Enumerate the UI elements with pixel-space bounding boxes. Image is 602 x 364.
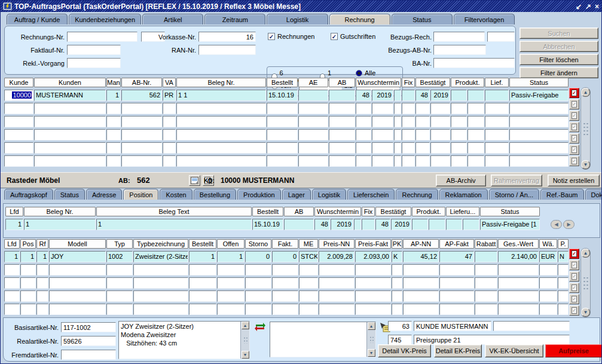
table-cell[interactable] <box>485 116 509 127</box>
column-header-storno[interactable]: Storno <box>245 239 271 249</box>
table-cell[interactable] <box>356 103 371 114</box>
table-cell[interactable]: 2.093,00 <box>355 251 391 262</box>
tab-artikel[interactable]: Artikel <box>142 14 203 25</box>
scroll-up-icon[interactable]: ▲ <box>581 249 590 258</box>
column-header-pk[interactable]: PK <box>392 239 402 249</box>
table-cell[interactable]: 1002 <box>106 251 133 262</box>
column-header-offen[interactable]: Offen <box>217 239 245 249</box>
table-cell[interactable] <box>34 103 106 114</box>
table-cell[interactable] <box>34 129 106 140</box>
table-cell[interactable] <box>298 129 328 140</box>
table-cell[interactable] <box>299 277 318 289</box>
ran-nr-input[interactable] <box>198 45 256 55</box>
column-header-bestellt[interactable]: Bestellt <box>252 207 283 216</box>
table-cell[interactable] <box>4 290 20 302</box>
table-cell[interactable] <box>467 90 484 101</box>
table-cell[interactable] <box>355 290 391 302</box>
table-cell[interactable] <box>176 103 266 114</box>
table-cell[interactable] <box>106 277 133 289</box>
table-cell[interactable] <box>4 116 33 127</box>
table-cell[interactable] <box>485 155 509 167</box>
table-cell[interactable] <box>498 264 539 276</box>
table-cell[interactable] <box>539 264 557 276</box>
table-cell[interactable]: EUR <box>539 251 557 262</box>
table-cell[interactable] <box>372 142 393 154</box>
table-cell[interactable]: Passiv-Freigabe <box>509 90 569 101</box>
table-cell[interactable] <box>402 116 415 127</box>
notes-scrollbar[interactable]: ▲ ▼ <box>366 322 375 357</box>
column-header-ab[interactable]: AB <box>284 207 314 216</box>
table-cell[interactable] <box>403 264 439 276</box>
table-cell[interactable] <box>403 290 439 302</box>
column-header-wunschtermin[interactable]: Wunschtermin <box>356 78 401 87</box>
table-cell[interactable] <box>430 155 450 167</box>
table-cell[interactable] <box>36 277 48 289</box>
table-cell[interactable]: JOY <box>49 251 106 262</box>
column-header-bestätigt[interactable]: Bestätigt <box>375 207 411 216</box>
column-header-typ[interactable]: Typ <box>106 239 133 249</box>
table-cell[interactable] <box>20 264 36 276</box>
row-note-icon[interactable]: ✓ <box>569 294 579 304</box>
table-row[interactable] <box>4 304 570 315</box>
scroll-up-icon[interactable]: ▲ <box>368 322 375 330</box>
table-cell[interactable]: 1 <box>20 251 36 262</box>
table-row[interactable] <box>4 116 570 127</box>
table-cell[interactable] <box>509 129 569 140</box>
table-cell[interactable] <box>298 103 328 114</box>
checkbox-gutschriften[interactable]: ✓Gutschriften <box>331 33 375 40</box>
table-cell[interactable] <box>36 290 48 302</box>
tab-auftragskopf[interactable]: Auftragskopf <box>4 189 53 200</box>
table-cell[interactable] <box>475 304 497 315</box>
tab-position[interactable]: Position <box>123 189 158 200</box>
tab-lieferschein[interactable]: Lieferschein <box>347 189 395 200</box>
column-header-fix[interactable]: Fix <box>402 78 415 87</box>
ba-nr-input[interactable] <box>433 58 515 68</box>
filter-ändern-button[interactable]: Filter ändern <box>520 67 598 78</box>
table-cell[interactable]: 15.10.19 <box>267 90 298 101</box>
table-row[interactable] <box>4 103 570 114</box>
table-cell[interactable] <box>272 264 298 276</box>
checkbox-icon[interactable]: ✓ <box>331 33 338 40</box>
table-cell[interactable] <box>245 290 271 302</box>
table-cell[interactable] <box>475 264 497 276</box>
tab-rechnung[interactable]: Rechnung <box>396 189 438 200</box>
price-extra-input[interactable] <box>493 321 570 331</box>
table-cell[interactable] <box>356 142 371 154</box>
row-note-icon[interactable]: ✓ <box>569 249 579 259</box>
table-cell[interactable] <box>498 304 539 315</box>
row-note-icon[interactable]: ✓ <box>569 145 579 155</box>
table-cell[interactable] <box>176 116 266 127</box>
table-cell[interactable] <box>415 103 430 114</box>
table-cell[interactable] <box>394 90 401 101</box>
table-cell[interactable] <box>299 304 318 315</box>
table-cell[interactable]: 47 <box>439 251 474 262</box>
table-cell[interactable] <box>372 155 393 167</box>
scrollbar-grip[interactable] <box>583 122 588 135</box>
table-cell[interactable] <box>121 142 162 154</box>
table-cell[interactable] <box>106 129 121 140</box>
table-cell[interactable] <box>133 264 188 276</box>
tab-storno-än[interactable]: Storno / Än... <box>489 189 539 200</box>
column-header-ges-wert[interactable]: Ges.-Wert <box>498 239 539 249</box>
detail-vk-preis-button[interactable]: Detail VK-Preis <box>378 344 431 357</box>
table-cell[interactable] <box>163 116 176 127</box>
table-cell[interactable] <box>4 264 20 276</box>
column-header-lief[interactable]: Lief. <box>485 78 509 87</box>
table-cell[interactable] <box>245 277 271 289</box>
row-note-icon[interactable]: ✓ <box>569 283 579 293</box>
table-cell[interactable] <box>485 142 509 154</box>
column-header-va[interactable]: VA <box>163 78 176 87</box>
table-cell[interactable] <box>20 277 36 289</box>
price-customer-input[interactable] <box>414 321 491 331</box>
scrollbar-grip[interactable] <box>243 337 247 344</box>
swap-text-icon[interactable] <box>255 323 265 331</box>
row-note-icon[interactable]: ✓ <box>569 156 579 166</box>
column-header-wunschtermin[interactable]: Wunschtermin <box>314 207 361 216</box>
table-row[interactable]: 111JOY1002Zweisitzer (2-Sitzer1100STCK2.… <box>4 251 570 262</box>
table-cell[interactable] <box>272 304 298 315</box>
table-cell[interactable]: 0 <box>245 251 271 262</box>
table-cell[interactable] <box>498 290 539 302</box>
table-cell[interactable] <box>4 277 20 289</box>
table-cell[interactable] <box>415 142 430 154</box>
table-cell[interactable]: K <box>392 251 402 262</box>
